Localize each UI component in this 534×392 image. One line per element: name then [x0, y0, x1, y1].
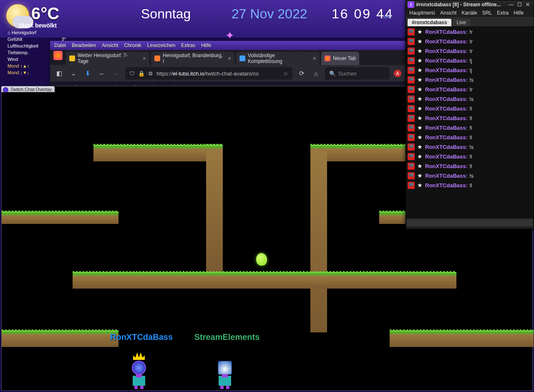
- search-bar[interactable]: 🔍Suchen: [325, 67, 390, 80]
- minimize-button[interactable]: —: [507, 2, 515, 8]
- chat-username[interactable]: RonXTCdaBass: [425, 38, 468, 45]
- overlay-titlebar[interactable]: Twitch Chat Overlay: [1, 86, 55, 92]
- avatar-body: [219, 376, 231, 386]
- menu-extras[interactable]: Extras: [181, 43, 195, 48]
- download-icon[interactable]: ⬇: [83, 68, 93, 78]
- chat-row: ★RonXTCdaBass !l: [408, 104, 532, 113]
- platform: [390, 330, 534, 347]
- tab-weather[interactable]: Wetter Hennigsdorf: 7-Tage×: [66, 52, 149, 65]
- humidity-label: Luftfeuchtigkeit: [8, 43, 38, 49]
- avatar-name-se: StreamElements: [189, 332, 264, 342]
- close-icon[interactable]: ×: [313, 55, 316, 62]
- chatty-titlebar[interactable]: t #ronxtcdabass [8] - Stream offline... …: [406, 0, 534, 9]
- chat-username[interactable]: RonXTCdaBass: [425, 163, 468, 169]
- temperature: 6°C: [31, 4, 59, 23]
- menu-history[interactable]: Chronik: [124, 43, 141, 48]
- chat-username[interactable]: RonXTCdaBass: [425, 96, 468, 102]
- star-badge-icon: ★: [416, 105, 423, 112]
- menu-channels[interactable]: Kanäle: [461, 10, 477, 16]
- firefox-logo-icon[interactable]: [53, 51, 63, 60]
- close-icon[interactable]: ×: [143, 55, 146, 62]
- broadcaster-badge-icon: [408, 38, 415, 45]
- chat-text: !l: [469, 153, 472, 160]
- platform: [2, 330, 118, 347]
- star-icon[interactable]: ☆: [283, 70, 288, 77]
- chat-username[interactable]: RonXTCdaBass: [425, 125, 468, 131]
- star-badge-icon: ★: [416, 67, 423, 74]
- menu-view[interactable]: Ansicht: [102, 43, 118, 48]
- chatty-tabs: #ronxtcdabass Live: [406, 18, 534, 26]
- chat-row: ★RonXTCdaBass !j: [408, 65, 532, 75]
- chat-username[interactable]: RonXTCdaBass: [425, 67, 468, 73]
- low-label: Tiefstemp.: [8, 49, 29, 56]
- back-button[interactable]: ←: [97, 68, 107, 78]
- tab-new[interactable]: Neuer Tab: [321, 52, 359, 65]
- menu-main[interactable]: Hauptmenü: [409, 10, 435, 16]
- chat-username[interactable]: RonXTCdaBass: [425, 134, 468, 141]
- star-badge-icon: ★: [416, 48, 423, 55]
- chat-username[interactable]: RonXTCdaBass: [425, 115, 468, 121]
- pocket-icon[interactable]: ⌄: [68, 68, 78, 78]
- favicon-icon: [325, 55, 330, 61]
- sidebar-icon[interactable]: ◧: [54, 68, 64, 78]
- clock-sec-label: sec: [383, 14, 391, 20]
- reload-button[interactable]: ⟳: [297, 68, 307, 78]
- tab-live[interactable]: Live: [453, 19, 470, 26]
- moon-down: Mond ↓▼↓: [8, 69, 29, 76]
- tab-hennigsdorf[interactable]: Hennigsdorf, Brandenburg, I×: [151, 52, 234, 65]
- star-badge-icon: ★: [416, 124, 423, 131]
- chat-username[interactable]: RonXTCdaBass: [425, 144, 468, 150]
- chat-messages[interactable]: ★RonXTCdaBass !r★RonXTCdaBass !r★RonXTCd…: [406, 26, 534, 218]
- tab-bar: Wetter Hennigsdorf: 7-Tage× Hennigsdorf,…: [50, 50, 406, 65]
- chat-row: ★RonXTCdaBass !l: [408, 123, 532, 133]
- shield-icon[interactable]: 🛡: [129, 70, 135, 77]
- maximize-button[interactable]: ☐: [515, 2, 524, 8]
- chatty-window[interactable]: t #ronxtcdabass [8] - Stream offline... …: [406, 0, 534, 229]
- chat-row: ★RonXTCdaBass !r: [408, 46, 532, 56]
- chat-row: ★RonXTCdaBass !r: [408, 85, 532, 94]
- chat-username[interactable]: RonXTCdaBass: [425, 58, 468, 64]
- extension-icon[interactable]: A: [394, 70, 401, 77]
- chat-row: ★RonXTCdaBass !l: [408, 181, 532, 190]
- chat-username[interactable]: RonXTCdaBass: [425, 182, 468, 188]
- location-text: Hennigsdorf: [8, 30, 36, 35]
- star-badge-icon: ★: [416, 153, 423, 160]
- condition-text: Stark bewölkt: [19, 22, 57, 29]
- lock-icon[interactable]: 🔒: [138, 70, 145, 77]
- broadcaster-badge-icon: [408, 105, 415, 112]
- chat-input[interactable]: [407, 219, 533, 226]
- menu-help[interactable]: Hilfe: [201, 43, 211, 48]
- chat-username[interactable]: RonXTCdaBass: [425, 86, 468, 93]
- chat-row: ★RonXTCdaBass !j: [408, 56, 532, 65]
- chat-username[interactable]: RonXTCdaBass: [425, 173, 468, 179]
- close-button[interactable]: ✕: [524, 2, 532, 8]
- close-icon[interactable]: ×: [228, 55, 231, 62]
- chat-text: !s: [469, 96, 474, 102]
- menu-extra[interactable]: Extra: [497, 10, 509, 16]
- chat-username[interactable]: RonXTCdaBass: [425, 77, 468, 83]
- feels-label: Gefühlt: [8, 36, 22, 43]
- chat-username[interactable]: RonXTCdaBass: [425, 106, 468, 112]
- menu-bookmarks[interactable]: Lesezeichen: [147, 43, 175, 48]
- menu-srl[interactable]: SRL: [482, 10, 492, 16]
- permissions-icon[interactable]: ⚙: [148, 70, 153, 77]
- forward-button[interactable]: →: [111, 68, 121, 78]
- chat-username[interactable]: RonXTCdaBass: [425, 29, 468, 35]
- chat-username[interactable]: RonXTCdaBass: [425, 153, 468, 160]
- tab-channel[interactable]: #ronxtcdabass: [408, 19, 451, 26]
- menu-edit[interactable]: Bearbeiten: [72, 43, 96, 48]
- menu-view[interactable]: Ansicht: [440, 10, 456, 16]
- tab-walkthrough[interactable]: Vollständige Komplettlösung×: [236, 52, 320, 65]
- home-button[interactable]: ⌂: [311, 68, 321, 78]
- chat-text: !l: [469, 106, 472, 112]
- chat-username[interactable]: RonXTCdaBass: [425, 48, 468, 54]
- menu-help[interactable]: Hilfe: [514, 10, 524, 16]
- chatty-title-text: #ronxtcdabass [8] - Stream offline...: [416, 2, 501, 8]
- menu-file[interactable]: Datei: [54, 43, 66, 48]
- firefox-window[interactable]: Datei Bearbeiten Ansicht Chronik Lesezei…: [50, 41, 406, 82]
- chat-text: !r: [469, 29, 473, 35]
- chat-text: !l: [469, 125, 472, 131]
- url-bar[interactable]: 🛡 🔒 ⚙ https://el-tutsi.itch.io/twitch-ch…: [125, 67, 292, 80]
- platform: [93, 145, 223, 161]
- broadcaster-badge-icon: [408, 163, 415, 170]
